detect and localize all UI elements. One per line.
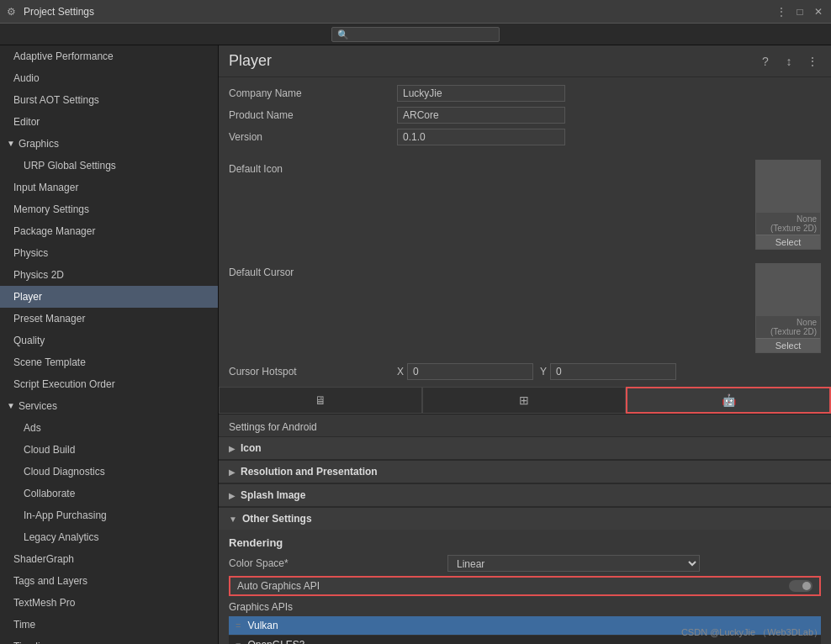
icon-select-button[interactable]: Select [756,235,820,249]
content-header-icons: ? ↕ ⋮ [757,53,821,70]
sidebar-item-shadergraph[interactable]: ShaderGraph [0,548,218,570]
triangle-icon: ▼ [7,398,15,414]
search-input[interactable] [331,27,500,42]
more-options-btn[interactable]: ⋮ [775,6,787,18]
sidebar-item-graphics[interactable]: ▼ Graphics [0,133,218,155]
triangle-icon: ▼ [7,135,15,152]
product-name-row: Product Name [229,106,821,124]
sidebar-item-collaborate[interactable]: Collaborate [0,483,218,504]
hotspot-x-input[interactable] [407,363,533,380]
sidebar-item-quality[interactable]: Quality [0,330,218,351]
drag-handle-icon: = [236,620,241,631]
hotspot-coordinates: X Y [397,363,676,380]
graphics-apis-label: Graphics APIs [229,601,821,613]
icon-none-label: None (Texture 2D) [756,213,820,235]
sidebar-item-in-app-purchasing[interactable]: In-App Purchasing [0,504,218,526]
web-icon: ⊞ [519,393,529,407]
product-name-label: Product Name [229,109,397,121]
icon-section: ▶ Icon [219,436,831,460]
sidebar-item-physics-2d[interactable]: Physics 2D [0,264,218,286]
maximize-btn[interactable]: □ [794,6,806,18]
sidebar-item-cloud-diagnostics[interactable]: Cloud Diagnostics [0,461,218,483]
color-space-value: Linear Gamma [447,555,821,572]
splash-section-title: Splash Image [241,489,305,501]
content-header: Player ? ↕ ⋮ [219,45,831,77]
sidebar-item-preset-manager[interactable]: Preset Manager [0,308,218,330]
sidebar-item-timeline[interactable]: Timeline [0,636,218,644]
auto-graphics-api-toggle[interactable] [789,580,812,592]
close-btn[interactable]: ✕ [812,6,824,18]
company-name-input[interactable] [397,85,565,102]
sidebar-item-audio[interactable]: Audio [0,67,218,89]
sidebar-item-legacy-analytics[interactable]: Legacy Analytics [0,526,218,548]
version-label: Version [229,131,397,143]
resolution-section-header[interactable]: ▶ Resolution and Presentation [219,460,831,483]
help-icon[interactable]: ? [757,53,774,70]
cursor-hotspot-row: Cursor Hotspot X Y [219,360,831,383]
window-controls: ⋮ □ ✕ [775,6,824,18]
company-name-label: Company Name [229,87,397,99]
more-icon[interactable]: ⋮ [804,53,821,70]
sidebar-item-time[interactable]: Time [0,614,218,636]
sidebar-item-services[interactable]: ▼ Services [0,395,218,417]
hotspot-x: X [397,363,533,380]
sidebar-item-ads[interactable]: Ads [0,417,218,439]
default-cursor-label: Default Cursor [229,263,397,278]
cursor-hotspot-label: Cursor Hotspot [229,366,397,377]
default-icon-box: None (Texture 2D) Select [755,160,821,250]
player-settings-form: Company Name Product Name Version [219,77,831,156]
version-row: Version [229,128,821,146]
api-name-opengles3: OpenGLES3 [247,639,304,644]
color-space-label: Color Space* [229,557,447,569]
app-icon: ⚙ [7,6,19,18]
default-icon-row: Default Icon None (Texture 2D) Select [219,156,831,253]
auto-graphics-api-label: Auto Graphics API [237,580,789,592]
resolution-section-title: Resolution and Presentation [241,466,378,478]
splash-section-header[interactable]: ▶ Splash Image [219,483,831,506]
auto-graphics-api-row: Auto Graphics API [229,576,821,596]
x-label: X [397,366,404,377]
platform-tab-android[interactable]: 🤖 [626,387,831,414]
other-settings-section: ▼ Other Settings Rendering Color Space* … [219,507,831,644]
splash-section-arrow: ▶ [229,491,236,500]
color-space-select[interactable]: Linear Gamma [447,555,700,572]
android-icon: 🤖 [722,393,736,407]
platform-tabs: 🖥 ⊞ 🤖 [219,387,831,414]
platform-tab-pc[interactable]: 🖥 [219,387,422,414]
title-bar: ⚙ Project Settings ⋮ □ ✕ [0,0,831,24]
color-space-row: Color Space* Linear Gamma [229,554,821,573]
version-input[interactable] [397,129,565,145]
cursor-preview-area [756,264,820,316]
default-cursor-box: None (Texture 2D) Select [755,263,821,353]
main-layout: Adaptive Performance Audio Burst AOT Set… [0,45,831,644]
icon-section-header[interactable]: ▶ Icon [219,436,831,459]
sidebar-item-physics[interactable]: Physics [0,242,218,264]
sidebar-item-textmesh-pro[interactable]: TextMesh Pro [0,592,218,614]
sidebar-item-scene-template[interactable]: Scene Template [0,351,218,373]
sidebar-item-package-manager[interactable]: Package Manager [0,220,218,242]
layout-icon[interactable]: ↕ [781,53,797,70]
product-name-input[interactable] [397,107,565,124]
api-name-vulkan: Vulkan [247,620,278,631]
icon-section-arrow: ▶ [229,444,236,453]
other-settings-title: Other Settings [242,513,312,525]
sidebar-item-cloud-build[interactable]: Cloud Build [0,439,218,461]
platform-tab-web[interactable]: ⊞ [422,387,626,414]
sidebar-item-urp-global[interactable]: URP Global Settings [0,155,218,177]
icon-section-title: Icon [241,442,262,454]
sidebar-item-memory-settings[interactable]: Memory Settings [0,198,218,220]
sidebar-item-tags-and-layers[interactable]: Tags and Layers [0,570,218,592]
sidebar: Adaptive Performance Audio Burst AOT Set… [0,45,219,644]
sidebar-item-editor[interactable]: Editor [0,111,218,133]
sidebar-item-input-manager[interactable]: Input Manager [0,177,218,198]
cursor-select-button[interactable]: Select [756,338,820,352]
hotspot-y-input[interactable] [550,363,676,380]
sidebar-item-script-execution[interactable]: Script Execution Order [0,373,218,395]
sidebar-item-adaptive-performance[interactable]: Adaptive Performance [0,45,218,67]
splash-section: ▶ Splash Image [219,483,831,507]
sidebar-item-burst-aot[interactable]: Burst AOT Settings [0,89,218,111]
window-title: Project Settings [24,6,775,18]
other-settings-arrow: ▼ [229,515,237,524]
other-settings-header[interactable]: ▼ Other Settings [219,507,831,530]
sidebar-item-player[interactable]: Player [0,286,218,308]
